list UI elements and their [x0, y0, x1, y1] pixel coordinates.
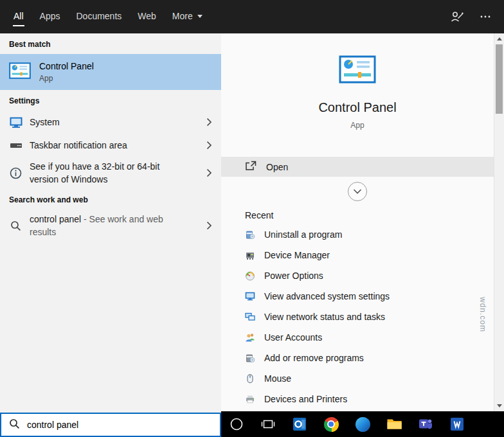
settings-item-taskbar-notification[interactable]: Taskbar notification area: [0, 134, 221, 157]
search-icon: [9, 418, 20, 432]
preview-panel: Control Panel App Open Recent: [221, 33, 494, 411]
scrollbar-up-arrow-icon[interactable]: [497, 37, 502, 40]
taskbar-notification-icon: [9, 140, 22, 150]
recent-item-label: Power Options: [264, 271, 323, 281]
search-work-web-header: Search work and web: [0, 189, 221, 210]
tab-apps-label: Apps: [39, 8, 61, 26]
best-match-subtitle: App: [39, 74, 94, 83]
tab-all-label: All: [13, 8, 24, 26]
settings-item-label: Taskbar notification area: [30, 139, 192, 152]
task-view-icon[interactable]: [260, 411, 276, 437]
chevron-down-icon: [197, 15, 203, 18]
search-input[interactable]: [27, 420, 212, 430]
recent-item-label: User Accounts: [264, 332, 322, 343]
system-icon: [9, 117, 22, 128]
recent-item-add-remove-programs[interactable]: Add or remove programs: [221, 348, 494, 368]
web-search-result[interactable]: control panel - See work and web results: [0, 210, 221, 242]
control-panel-icon: [9, 62, 31, 82]
program-box-icon: [245, 353, 255, 363]
recent-item-label: Device Manager: [264, 250, 330, 260]
edge-icon[interactable]: [354, 411, 371, 437]
best-match-title: Control Panel: [39, 61, 94, 71]
system-monitor-icon: [245, 291, 255, 301]
file-explorer-icon[interactable]: [386, 411, 402, 437]
tab-documents-label: Documents: [75, 8, 122, 26]
teams-icon[interactable]: [417, 411, 434, 437]
taskbar: [221, 411, 504, 437]
chevron-right-icon[interactable]: [206, 118, 212, 127]
recent-item-label: Uninstall a program: [264, 229, 342, 240]
settings-item-system[interactable]: System: [0, 111, 221, 134]
chevron-right-icon[interactable]: [206, 221, 212, 230]
recent-item-network-status[interactable]: View network status and tasks: [221, 307, 494, 327]
recent-item-user-accounts[interactable]: User Accounts: [221, 327, 494, 348]
word-icon[interactable]: [449, 411, 465, 437]
printer-icon: [245, 394, 255, 404]
web-search-query: control panel: [30, 214, 81, 224]
info-icon: [9, 167, 22, 179]
more-options-icon[interactable]: [480, 11, 491, 22]
watermark: wdn.com: [478, 297, 487, 332]
recent-item-label: View advanced system settings: [264, 291, 390, 301]
settings-header: Settings: [0, 90, 221, 111]
tab-documents[interactable]: Documents: [75, 0, 122, 33]
recent-item-device-manager[interactable]: Device Manager: [221, 245, 494, 265]
chevron-right-icon[interactable]: [206, 168, 212, 177]
chevron-down-icon: [353, 189, 362, 194]
open-action[interactable]: Open: [221, 157, 494, 177]
search-filter-bar: All Apps Documents Web More: [0, 0, 504, 33]
open-icon: [245, 161, 256, 173]
tab-web[interactable]: Web: [137, 0, 157, 33]
recent-item-devices-printers[interactable]: Devices and Printers: [221, 389, 494, 409]
mouse-icon: [245, 373, 255, 384]
feedback-icon[interactable]: [450, 10, 464, 23]
scrollbar-down-arrow-icon[interactable]: [497, 404, 502, 407]
tab-apps[interactable]: Apps: [39, 0, 61, 33]
recent-item-uninstall-program[interactable]: Uninstall a program: [221, 224, 494, 245]
control-panel-icon: [339, 55, 376, 86]
windows-search-panel: All Apps Documents Web More: [0, 0, 504, 437]
settings-item-label: System: [30, 116, 192, 129]
network-icon: [245, 312, 255, 322]
tab-web-label: Web: [137, 8, 157, 26]
best-match-header: Best match: [0, 33, 221, 54]
recent-item-label: Mouse: [264, 373, 291, 384]
app-title: Control Panel: [221, 100, 494, 115]
results-panel: Best match Control Panel App Settings: [0, 33, 221, 413]
tab-more[interactable]: More: [172, 0, 203, 33]
outlook-icon[interactable]: [291, 411, 308, 437]
filter-tabs: All Apps Documents Web More: [13, 0, 203, 33]
taskbar-search-box[interactable]: [0, 413, 221, 437]
chevron-right-icon[interactable]: [206, 141, 212, 150]
app-subtitle: App: [221, 121, 494, 130]
expand-actions-button[interactable]: [348, 182, 367, 201]
user-accounts-icon: [245, 332, 255, 343]
tab-all[interactable]: All: [13, 0, 24, 33]
cortana-icon[interactable]: [228, 411, 245, 437]
recent-item-label: Devices and Printers: [264, 394, 347, 404]
settings-item-label: See if you have a 32-bit or 64-bit versi…: [30, 160, 192, 186]
scrollbar-thumb[interactable]: [496, 44, 503, 114]
search-icon: [9, 220, 22, 231]
tab-more-label: More: [172, 11, 193, 21]
scrollbar[interactable]: [494, 33, 504, 411]
device-manager-icon: [245, 250, 255, 260]
recent-item-advanced-system-settings[interactable]: View advanced system settings: [221, 286, 494, 307]
recent-item-label: Add or remove programs: [264, 353, 364, 363]
recent-item-mouse[interactable]: Mouse: [221, 368, 494, 389]
power-options-icon: [245, 271, 255, 281]
open-label: Open: [266, 162, 288, 172]
chrome-icon[interactable]: [323, 411, 339, 437]
recent-item-power-options[interactable]: Power Options: [221, 265, 494, 286]
recent-header: Recent: [245, 210, 494, 220]
settings-item-32-64-bit[interactable]: See if you have a 32-bit or 64-bit versi…: [0, 157, 221, 189]
program-box-icon: [245, 229, 255, 240]
best-match-item[interactable]: Control Panel App: [0, 54, 221, 90]
recent-item-label: View network status and tasks: [264, 312, 385, 322]
